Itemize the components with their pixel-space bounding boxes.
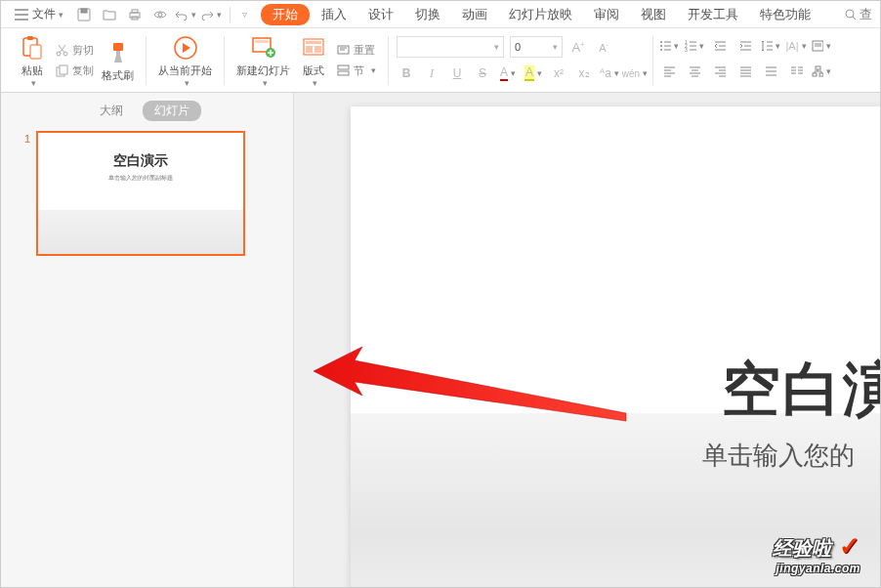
open-icon[interactable] [99,4,120,25]
justify-icon [739,65,752,77]
outline-tab[interactable]: 大纲 [94,101,129,121]
numbering-button[interactable]: 123 [685,36,704,56]
divider [230,7,231,22]
svg-point-26 [660,41,662,43]
thumb-subtitle: 单击输入您的封面副标题 [108,174,173,183]
slides-tab[interactable]: 幻灯片 [143,101,201,121]
change-case-button[interactable]: ᴬa [600,63,619,83]
align-right-button[interactable] [710,62,730,81]
text-direction-button[interactable]: |A| [786,36,806,56]
redo-icon[interactable] [200,4,222,25]
chevron-down-icon: ▾ [59,10,63,20]
preview-icon[interactable] [149,4,171,25]
tab-transition[interactable]: 切换 [405,2,450,27]
increase-indent-button[interactable] [735,36,755,56]
copy-icon [56,64,68,77]
new-slide-button[interactable]: 新建幻灯片 [232,32,294,88]
tab-slideshow[interactable]: 幻灯片放映 [499,2,582,27]
paste-icon [21,35,44,61]
tab-animation[interactable]: 动画 [452,2,497,27]
paste-button[interactable]: 粘贴 [13,32,52,88]
check-icon: ✓ [839,531,860,561]
slide-title[interactable]: 空白演 [722,351,880,430]
watermark: 经验啦 ✓ jingyanla.com [773,531,860,575]
font-name-select[interactable]: ▾ [397,36,504,58]
tab-insert[interactable]: 插入 [312,2,357,27]
overflow-icon[interactable]: ▿ [242,9,247,20]
tab-start[interactable]: 开始 [261,4,310,25]
underline-button[interactable]: U [447,63,467,83]
bold-button[interactable]: B [397,63,416,83]
font-size-select[interactable]: 0▾ [510,36,563,58]
workspace: 大纲 幻灯片 1 空白演示 单击输入您的封面副标题 空白演 单击输入您的 [1,93,880,587]
slideshow-group: 从当前开始 [148,28,222,92]
tab-devtools[interactable]: 开发工具 [678,2,748,27]
paragraph-group: 123 |A| [655,28,835,92]
search-area[interactable]: 查 [844,6,872,23]
save-icon[interactable] [73,4,95,25]
reset-button[interactable]: 重置 [333,42,380,59]
slide[interactable]: 空白演 单击输入您的 [351,106,880,587]
print-icon[interactable] [124,4,146,25]
svg-rect-14 [113,43,123,51]
align-left-button[interactable] [659,62,679,81]
from-current-button[interactable]: 从当前开始 [154,32,216,88]
distribute-button[interactable] [761,62,780,81]
columns-button[interactable] [786,62,806,81]
tab-features[interactable]: 特色功能 [750,2,820,27]
bullets-button[interactable] [659,36,679,56]
pinyin-button[interactable]: wén [625,63,645,83]
outdent-icon [714,40,727,52]
cut-button[interactable]: 剪切 [52,42,98,59]
section-icon [337,64,350,76]
tab-review[interactable]: 审阅 [584,2,629,27]
reset-icon [337,44,350,56]
bullets-icon [659,40,671,52]
decrease-indent-button[interactable] [710,36,730,56]
strike-button[interactable]: S [473,63,492,83]
layout-button[interactable]: 版式 [294,32,333,88]
slide-thumbnail[interactable]: 空白演示 单击输入您的封面副标题 [36,131,245,256]
scissors-icon [56,44,68,57]
slide-subtitle[interactable]: 单击输入您的 [702,439,855,473]
font-color-button[interactable]: A [498,63,518,83]
distribute-icon [765,65,777,77]
align-text-button[interactable] [812,36,831,56]
file-menu[interactable]: 文件 ▾ [9,6,69,22]
clipboard-group: 粘贴 剪切 复制 格式刷 [7,28,144,92]
format-painter-label: 格式刷 [102,68,134,83]
svg-rect-13 [60,65,67,74]
justify-button[interactable] [735,62,755,81]
superscript-button[interactable]: x² [549,63,568,83]
italic-button[interactable]: I [422,63,441,83]
svg-rect-25 [338,71,349,75]
line-spacing-button[interactable] [761,36,780,56]
align-right-icon [714,65,727,77]
copy-button[interactable]: 复制 [52,63,98,79]
watermark-url: jingyanla.com [773,562,860,575]
smartart-button[interactable] [812,62,831,81]
hamburger-icon [15,9,28,21]
section-button[interactable]: 节 [333,63,380,79]
increase-font-button[interactable]: A+ [568,37,588,57]
numbering-icon: 123 [685,40,696,52]
canvas[interactable]: 空白演 单击输入您的 经验啦 ✓ jingyanla.com [294,93,880,587]
tab-view[interactable]: 视图 [631,2,676,27]
svg-point-28 [660,49,662,51]
from-current-label: 从当前开始 [158,63,212,78]
tab-design[interactable]: 设计 [358,2,403,27]
svg-rect-8 [27,36,33,40]
align-center-button[interactable] [685,62,704,81]
svg-point-5 [158,13,162,17]
search-label: 查 [860,6,872,23]
format-painter-button[interactable]: 格式刷 [98,37,138,83]
svg-rect-17 [255,40,269,43]
slide-number: 1 [24,131,30,256]
align-center-icon [689,65,701,77]
undo-icon[interactable] [175,4,196,25]
highlight-button[interactable]: A [524,63,543,83]
subscript-button[interactable]: x₂ [574,63,594,83]
decrease-font-button[interactable]: A- [594,37,613,57]
copy-label: 复制 [72,63,94,78]
layout-icon [303,38,324,58]
